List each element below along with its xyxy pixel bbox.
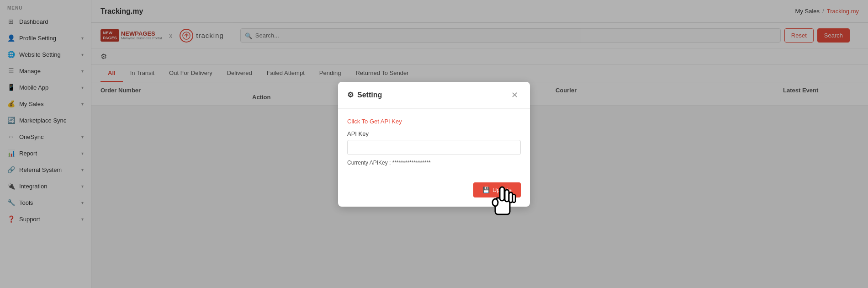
api-key-input[interactable] (347, 140, 521, 155)
modal-close-button[interactable]: ✕ (508, 89, 521, 101)
modal-overlay[interactable]: ⚙ Setting ✕ Click To Get API Key API Key… (0, 0, 868, 288)
update-label: Update (492, 187, 512, 193)
save-icon: 💾 (482, 187, 490, 193)
api-key-label: API Key (347, 130, 521, 137)
modal-title: ⚙ Setting (347, 91, 382, 99)
modal-body: Click To Get API Key API Key Currenty AP… (338, 109, 530, 182)
update-button[interactable]: 💾 Update (473, 182, 521, 197)
current-api-key-display: Currenty APIKey : ****************** (347, 160, 521, 166)
modal-gear-icon: ⚙ (347, 91, 354, 99)
modal-footer: 💾 Update (338, 182, 530, 207)
settings-modal: ⚙ Setting ✕ Click To Get API Key API Key… (338, 82, 530, 207)
svg-point-6 (492, 199, 498, 206)
get-api-key-link[interactable]: Click To Get API Key (347, 118, 521, 125)
svg-rect-1 (495, 198, 510, 214)
update-button-wrapper: 💾 Update (473, 182, 521, 197)
modal-header: ⚙ Setting ✕ (338, 82, 530, 109)
